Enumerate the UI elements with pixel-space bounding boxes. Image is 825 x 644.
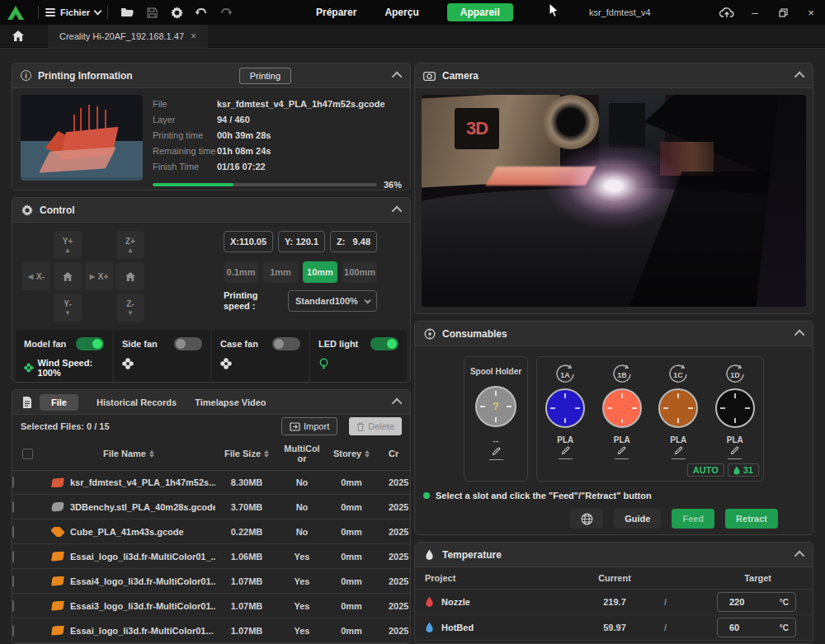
table-row[interactable]: Essai_logo_li3d.fr-MultiColor01... 1.07M… (12, 618, 410, 643)
nozzle-target-input[interactable] (718, 597, 773, 607)
guide-button[interactable]: Guide (614, 509, 661, 529)
jog-y-plus-button[interactable]: Y+▲ (54, 231, 82, 259)
jog-z-plus-button[interactable]: Z+▲ (116, 231, 144, 259)
tab-file[interactable]: File (40, 394, 78, 411)
edit-pen-icon[interactable] (559, 446, 573, 459)
row-checkbox[interactable] (12, 501, 14, 513)
row-checkbox[interactable] (12, 576, 14, 587)
step-1mm-button[interactable]: 1mm (263, 261, 298, 283)
slot-1B-spool (602, 388, 642, 428)
collapse-chevron-icon[interactable] (392, 398, 403, 409)
feed-button[interactable]: Feed (672, 509, 714, 529)
field-label: Layer (153, 112, 217, 128)
collapse-chevron-icon[interactable] (794, 330, 805, 341)
chevron-down-icon (364, 297, 370, 303)
slot-1A[interactable]: 1A PLA (540, 364, 590, 481)
delete-button[interactable]: Delete (349, 417, 402, 435)
jog-home-z-button[interactable] (116, 262, 144, 290)
tab-historical-records[interactable]: Historical Records (85, 394, 188, 411)
model-fan-toggle[interactable] (76, 337, 104, 350)
device-tab[interactable]: Creality Hi-20AF_192.168.1.47 × (48, 25, 208, 48)
sort-icon (149, 450, 154, 458)
row-checkbox[interactable] (12, 526, 14, 538)
consumables-status: Select a slot and click the "Feed"/"Retr… (423, 491, 813, 501)
edit-pen-icon[interactable] (672, 446, 686, 459)
settings-button[interactable] (165, 3, 188, 21)
column-file-name[interactable]: File Name (42, 449, 215, 458)
case-fan-toggle[interactable] (272, 337, 300, 350)
printing-speed-dropdown[interactable]: Standard100% (288, 290, 377, 312)
camera-header[interactable]: Camera (415, 63, 813, 88)
jog-z-minus-button[interactable]: Z-▼ (116, 294, 144, 322)
slot-1B[interactable]: 1B PLA (597, 364, 647, 481)
document-icon (21, 396, 33, 408)
jog-x-plus-button[interactable]: ▶X+ (85, 262, 113, 290)
jog-home-xy-button[interactable] (54, 262, 82, 290)
divider (107, 6, 108, 19)
row-checkbox[interactable] (12, 625, 14, 637)
step-100mm-button[interactable]: 100mm (342, 261, 377, 283)
row-checkbox[interactable] (12, 600, 14, 612)
file-menu[interactable]: Fichier (45, 7, 101, 17)
nav-device-button[interactable]: Appareil (447, 3, 513, 21)
table-row[interactable]: Essai_logo_li3d.fr-MultiColor01_... 1.06… (12, 544, 410, 569)
restore-button[interactable] (769, 0, 797, 25)
save-button[interactable] (140, 3, 163, 21)
table-row[interactable]: 3DBenchy.stl_PLA_40m28s.gcode 3.70MBNo0m… (12, 495, 410, 519)
redo-button[interactable] (214, 3, 238, 21)
collapse-chevron-icon[interactable] (392, 206, 403, 217)
spool-holder-card[interactable]: Spool Holder ? -- (464, 356, 528, 482)
files-header: File Historical Records Timelapse Video (12, 390, 410, 415)
collapse-chevron-icon[interactable] (392, 72, 403, 82)
column-storey[interactable]: Storey (326, 449, 377, 458)
row-checkbox[interactable] (12, 551, 14, 562)
tab-timelapse-video[interactable]: Timelapse Video (195, 394, 277, 411)
home-button[interactable] (0, 31, 36, 41)
side-fan-toggle[interactable] (174, 337, 202, 350)
select-all-checkbox[interactable] (22, 449, 33, 459)
temperature-panel: Temperature Project Current Target Nozzl… (414, 542, 813, 644)
step-10mm-button[interactable]: 10mm (303, 261, 337, 283)
printing-info-body: Fileksr_fdmtest_v4_PLA_1h47m52s.gcode La… (12, 88, 410, 190)
step-0.1mm-button[interactable]: 0.1mm (224, 261, 258, 283)
jog-x-minus-button[interactable]: ◀X- (22, 262, 50, 290)
import-icon (290, 422, 300, 431)
files-table-header: File Name File Size MultiColor Storey Cr (12, 438, 410, 471)
column-file-size[interactable]: File Size (215, 449, 278, 458)
slash-separator: / (664, 623, 667, 632)
printing-info-header[interactable]: i Printing Information Printing (12, 63, 410, 88)
right-column: Camera 3D (414, 63, 813, 644)
control-header[interactable]: Control (12, 198, 410, 223)
printing-status-badge[interactable]: Printing (239, 68, 291, 84)
open-file-button[interactable] (116, 3, 139, 21)
tab-close-icon[interactable]: × (191, 31, 196, 42)
consumables-header[interactable]: Consumables (415, 322, 813, 346)
step-size-selector: 0.1mm 1mm 10mm 100mm (224, 261, 377, 283)
hotbed-target-input[interactable] (718, 623, 773, 632)
nav-preview[interactable]: Aperçu (384, 7, 418, 18)
table-row[interactable]: Essai4_logo_li3d.fr-MultiColor01... 1.07… (12, 569, 410, 594)
temperature-header[interactable]: Temperature (415, 543, 813, 567)
led-light-toggle[interactable] (370, 337, 398, 350)
table-row[interactable]: Essai3_logo_li3d.fr-MultiColor01... 1.07… (12, 594, 410, 618)
collapse-chevron-icon[interactable] (794, 72, 805, 82)
import-button[interactable]: Import (281, 417, 337, 435)
table-row[interactable]: ksr_fdmtest_v4_PLA_1h47m52s... 8.30MBNo0… (12, 471, 410, 496)
row-checkbox[interactable] (12, 477, 14, 488)
cloud-upload-button[interactable] (713, 0, 741, 25)
minimize-button[interactable]: – (741, 0, 769, 25)
table-row[interactable]: Cube_PLA_41m43s.gcode 0.22MBNo0mm2025 (12, 519, 410, 544)
flame-icon (423, 548, 436, 561)
nav-prepare[interactable]: Préparer (316, 7, 356, 18)
network-button[interactable] (570, 509, 603, 529)
retract-button[interactable]: Retract (725, 509, 778, 529)
undo-button[interactable] (190, 3, 213, 21)
edit-pen-icon[interactable] (728, 446, 742, 459)
collapse-chevron-icon[interactable] (794, 551, 805, 562)
close-button[interactable]: × (797, 0, 825, 25)
camera-feed[interactable]: 3D (422, 95, 806, 307)
edit-pen-icon[interactable] (489, 447, 503, 460)
jog-y-minus-button[interactable]: Y-▼ (54, 294, 82, 322)
edit-pen-icon[interactable] (615, 446, 629, 459)
camera-body: 3D (415, 88, 813, 313)
